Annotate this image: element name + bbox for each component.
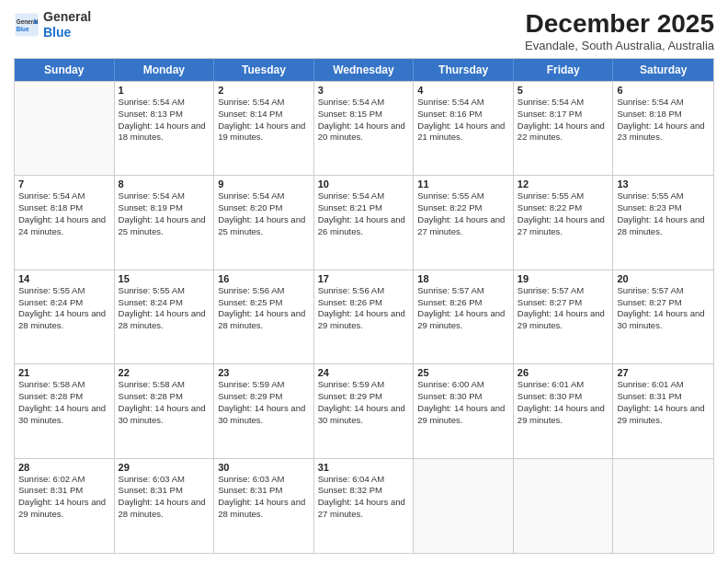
- cell-detail: Sunrise: 5:54 AM Sunset: 8:18 PM Dayligh…: [617, 97, 710, 144]
- calendar-cell: 23Sunrise: 5:59 AM Sunset: 8:29 PM Dayli…: [214, 364, 314, 457]
- day-number: 18: [417, 273, 509, 284]
- day-number: 31: [318, 462, 410, 473]
- day-number: 22: [119, 367, 210, 378]
- calendar-cell: 30Sunrise: 6:03 AM Sunset: 8:31 PM Dayli…: [214, 459, 314, 553]
- day-number: 2: [218, 85, 310, 96]
- calendar-cell: 14Sunrise: 5:55 AM Sunset: 8:24 PM Dayli…: [15, 270, 115, 363]
- svg-text:Blue: Blue: [17, 26, 29, 32]
- day-number: 9: [218, 178, 310, 190]
- calendar-row-2: 14Sunrise: 5:55 AM Sunset: 8:24 PM Dayli…: [15, 270, 713, 364]
- cell-detail: Sunrise: 6:04 AM Sunset: 8:32 PM Dayligh…: [318, 474, 410, 521]
- calendar-row-0: 1Sunrise: 5:54 AM Sunset: 8:13 PM Daylig…: [15, 82, 713, 176]
- day-number: 13: [617, 178, 710, 190]
- calendar-cell: 1Sunrise: 5:54 AM Sunset: 8:13 PM Daylig…: [115, 82, 215, 175]
- calendar-cell: 3Sunrise: 5:54 AM Sunset: 8:15 PM Daylig…: [314, 82, 415, 175]
- logo-text: General Blue: [43, 9, 91, 40]
- cell-detail: Sunrise: 6:03 AM Sunset: 8:31 PM Dayligh…: [119, 474, 210, 521]
- cell-detail: Sunrise: 5:55 AM Sunset: 8:24 PM Dayligh…: [119, 285, 210, 332]
- day-number: 30: [218, 462, 310, 473]
- calendar-cell: 24Sunrise: 5:59 AM Sunset: 8:29 PM Dayli…: [314, 364, 415, 457]
- cell-detail: Sunrise: 5:54 AM Sunset: 8:18 PM Dayligh…: [18, 190, 110, 237]
- day-number: 1: [119, 85, 210, 96]
- calendar-row-4: 28Sunrise: 6:02 AM Sunset: 8:31 PM Dayli…: [15, 459, 713, 553]
- weekday-header-saturday: Saturday: [613, 59, 713, 81]
- month-title: December 2025: [525, 9, 714, 39]
- day-number: 14: [18, 273, 110, 284]
- calendar-cell: 7Sunrise: 5:54 AM Sunset: 8:18 PM Daylig…: [15, 176, 115, 269]
- location: Evandale, South Australia, Australia: [525, 39, 714, 52]
- calendar-cell: 12Sunrise: 5:55 AM Sunset: 8:22 PM Dayli…: [514, 176, 614, 269]
- title-block: December 2025 Evandale, South Australia,…: [525, 9, 714, 52]
- cell-detail: Sunrise: 5:56 AM Sunset: 8:25 PM Dayligh…: [218, 285, 310, 332]
- day-number: 24: [318, 367, 410, 378]
- day-number: 12: [518, 178, 609, 190]
- calendar-cell: 5Sunrise: 5:54 AM Sunset: 8:17 PM Daylig…: [514, 82, 614, 175]
- weekday-header-tuesday: Tuesday: [214, 59, 314, 81]
- cell-detail: Sunrise: 5:57 AM Sunset: 8:27 PM Dayligh…: [518, 285, 609, 332]
- day-number: 17: [318, 273, 410, 284]
- calendar-cell: 9Sunrise: 5:54 AM Sunset: 8:20 PM Daylig…: [214, 176, 314, 269]
- weekday-header-friday: Friday: [514, 59, 614, 81]
- cell-detail: Sunrise: 5:54 AM Sunset: 8:17 PM Dayligh…: [518, 97, 609, 144]
- calendar-cell: 2Sunrise: 5:54 AM Sunset: 8:14 PM Daylig…: [214, 82, 314, 175]
- calendar-cell: 8Sunrise: 5:54 AM Sunset: 8:19 PM Daylig…: [115, 176, 215, 269]
- cell-detail: Sunrise: 5:55 AM Sunset: 8:22 PM Dayligh…: [518, 190, 609, 237]
- calendar-cell: 25Sunrise: 6:00 AM Sunset: 8:30 PM Dayli…: [414, 364, 514, 457]
- day-number: 28: [18, 462, 110, 473]
- day-number: 15: [119, 273, 210, 284]
- cell-detail: Sunrise: 5:57 AM Sunset: 8:27 PM Dayligh…: [617, 285, 710, 332]
- day-number: 27: [617, 367, 710, 378]
- calendar-cell: 22Sunrise: 5:58 AM Sunset: 8:28 PM Dayli…: [115, 364, 215, 457]
- calendar-cell: 11Sunrise: 5:55 AM Sunset: 8:22 PM Dayli…: [414, 176, 514, 269]
- calendar-cell: [414, 459, 514, 553]
- calendar-cell: 18Sunrise: 5:57 AM Sunset: 8:26 PM Dayli…: [414, 270, 514, 363]
- calendar-cell: [514, 459, 614, 553]
- cell-detail: Sunrise: 5:56 AM Sunset: 8:26 PM Dayligh…: [318, 285, 410, 332]
- day-number: 16: [218, 273, 310, 284]
- day-number: 8: [119, 178, 210, 190]
- day-number: 6: [617, 85, 710, 96]
- calendar-cell: 17Sunrise: 5:56 AM Sunset: 8:26 PM Dayli…: [314, 270, 415, 363]
- weekday-header-sunday: Sunday: [15, 59, 115, 81]
- cell-detail: Sunrise: 5:58 AM Sunset: 8:28 PM Dayligh…: [18, 379, 110, 426]
- cell-detail: Sunrise: 5:54 AM Sunset: 8:16 PM Dayligh…: [417, 97, 509, 144]
- day-number: 21: [18, 367, 110, 378]
- day-number: 26: [518, 367, 609, 378]
- calendar-cell: 26Sunrise: 6:01 AM Sunset: 8:30 PM Dayli…: [514, 364, 614, 457]
- calendar: SundayMondayTuesdayWednesdayThursdayFrid…: [14, 58, 714, 554]
- calendar-cell: 10Sunrise: 5:54 AM Sunset: 8:21 PM Dayli…: [314, 176, 415, 269]
- day-number: 19: [518, 273, 609, 284]
- cell-detail: Sunrise: 5:54 AM Sunset: 8:21 PM Dayligh…: [318, 190, 410, 237]
- logo-general: General: [43, 9, 91, 25]
- calendar-body: 1Sunrise: 5:54 AM Sunset: 8:13 PM Daylig…: [15, 81, 713, 553]
- day-number: 7: [18, 178, 110, 190]
- day-number: 10: [318, 178, 410, 190]
- calendar-cell: [15, 82, 115, 175]
- day-number: 23: [218, 367, 310, 378]
- header: General Blue General Blue December 2025 …: [14, 9, 714, 52]
- calendar-header: SundayMondayTuesdayWednesdayThursdayFrid…: [15, 59, 713, 81]
- calendar-cell: 15Sunrise: 5:55 AM Sunset: 8:24 PM Dayli…: [115, 270, 215, 363]
- weekday-header-thursday: Thursday: [414, 59, 514, 81]
- cell-detail: Sunrise: 5:55 AM Sunset: 8:24 PM Dayligh…: [18, 285, 110, 332]
- logo: General Blue General Blue: [14, 9, 91, 40]
- day-number: 25: [417, 367, 509, 378]
- day-number: 20: [617, 273, 710, 284]
- logo-icon: General Blue: [14, 12, 40, 38]
- calendar-cell: 4Sunrise: 5:54 AM Sunset: 8:16 PM Daylig…: [414, 82, 514, 175]
- calendar-cell: 29Sunrise: 6:03 AM Sunset: 8:31 PM Dayli…: [115, 459, 215, 553]
- cell-detail: Sunrise: 6:01 AM Sunset: 8:30 PM Dayligh…: [518, 379, 609, 426]
- day-number: 11: [417, 178, 509, 190]
- cell-detail: Sunrise: 5:59 AM Sunset: 8:29 PM Dayligh…: [318, 379, 410, 426]
- page: General Blue General Blue December 2025 …: [0, 0, 728, 563]
- calendar-cell: [613, 459, 713, 553]
- calendar-cell: 31Sunrise: 6:04 AM Sunset: 8:32 PM Dayli…: [314, 459, 415, 553]
- calendar-cell: 6Sunrise: 5:54 AM Sunset: 8:18 PM Daylig…: [613, 82, 713, 175]
- cell-detail: Sunrise: 5:57 AM Sunset: 8:26 PM Dayligh…: [417, 285, 509, 332]
- svg-rect-0: [15, 13, 38, 36]
- cell-detail: Sunrise: 5:54 AM Sunset: 8:19 PM Dayligh…: [119, 190, 210, 237]
- logo-blue: Blue: [43, 25, 91, 40]
- cell-detail: Sunrise: 6:01 AM Sunset: 8:31 PM Dayligh…: [617, 379, 710, 426]
- cell-detail: Sunrise: 5:54 AM Sunset: 8:20 PM Dayligh…: [218, 190, 310, 237]
- day-number: 29: [119, 462, 210, 473]
